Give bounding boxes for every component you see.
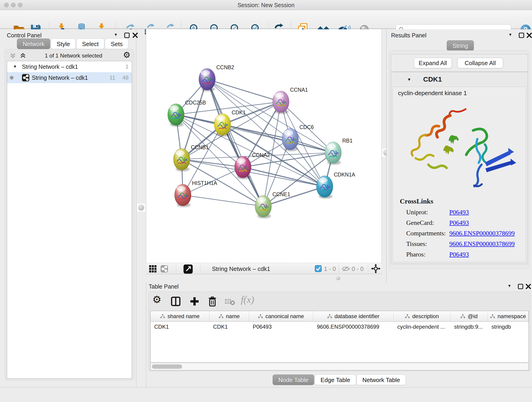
table-row[interactable]: CDK1CDK1P064939606.ENSP00000378699cyclin… <box>151 322 529 332</box>
column-header-shared-name[interactable]: shared name <box>151 311 209 321</box>
network-edges[interactable] <box>176 79 333 206</box>
column-header-canonical-name[interactable]: canonical name <box>249 311 313 321</box>
expand-all-icon[interactable] <box>19 53 26 59</box>
network-node-CCNE1[interactable]: CCNE1 <box>255 191 290 218</box>
window-close-icon[interactable] <box>4 3 9 7</box>
column-label: canonical name <box>265 313 304 319</box>
tab-network-table[interactable]: Network Table <box>357 375 406 385</box>
table-cell[interactable]: P06493 <box>249 324 313 330</box>
network-node-CCNA1[interactable]: CCNA1 <box>273 87 308 114</box>
node-label-CCNE1: CCNE1 <box>272 191 290 197</box>
table-panel-float-icon[interactable] <box>518 283 524 289</box>
column-label: namespace <box>497 313 526 319</box>
window-minimize-icon[interactable] <box>11 3 16 7</box>
column-header-@id[interactable]: @id <box>450 311 488 321</box>
node-gloss <box>318 178 327 183</box>
edge-HIST1H1A-CCNE1[interactable] <box>183 195 263 206</box>
crosslink-label: GeneCard: <box>406 219 449 226</box>
network-collection-row[interactable]: ▼ String Network – cdk1 1 <box>7 61 132 72</box>
edge-CCNB2-CCNE1[interactable] <box>207 79 263 206</box>
collection-label: String Network – cdk1 <box>22 64 78 70</box>
create-column-icon[interactable] <box>190 296 200 306</box>
selected-count: 1 - 0 <box>324 265 336 273</box>
main-toolbar: ? <box>0 10 532 29</box>
show-columns-icon[interactable] <box>171 296 181 306</box>
column-header-database-identifier[interactable]: database identifier <box>313 311 394 321</box>
selected-checkbox-icon[interactable] <box>315 265 322 272</box>
table-cell[interactable]: stringdb:9... <box>450 324 488 330</box>
delete-table-icon-disabled <box>225 298 235 306</box>
horizontal-splitter-handle[interactable] <box>336 276 340 280</box>
network-view-title: String Network – cdk1 <box>212 265 270 273</box>
edge-CCNB1-CCNA2[interactable] <box>182 159 243 167</box>
tab-select[interactable]: Select <box>76 38 104 49</box>
table-options-gear-icon[interactable]: ⚙ <box>152 294 161 305</box>
left-splitter-handle[interactable] <box>137 203 146 212</box>
node-label-CDC6: CDC6 <box>299 124 314 130</box>
crosslink-link[interactable]: P06493 <box>449 251 469 258</box>
hidden-eye-icon <box>342 266 350 272</box>
tab-network[interactable]: Network <box>17 38 50 49</box>
network-node-CDC6[interactable]: CDC6 <box>282 124 314 151</box>
crosslink-link[interactable]: P06493 <box>449 219 469 226</box>
node-label-CDC25B: CDC25B <box>185 100 206 106</box>
results-panel-float-icon[interactable] <box>519 32 525 38</box>
edge-CDK1-RB1[interactable] <box>222 124 333 153</box>
tab-string[interactable]: String <box>447 40 474 51</box>
tree-expander-icon[interactable]: ▼ <box>13 64 17 69</box>
table-cell[interactable]: 9606.ENSP00000378699 <box>313 324 394 330</box>
table-panel-close-icon[interactable] <box>525 283 531 289</box>
results-panel-title: Results Panel <box>391 32 426 39</box>
network-view-icon[interactable] <box>160 265 168 273</box>
table-cell[interactable]: CDK1 <box>151 324 209 330</box>
table-hscrollbar[interactable] <box>150 363 529 370</box>
table-cell[interactable]: CDK1 <box>209 324 249 330</box>
tab-style[interactable]: Style <box>51 38 76 49</box>
gene-section-expander-icon[interactable]: ▼ <box>407 77 411 82</box>
control-panel-close-icon[interactable] <box>132 32 138 38</box>
tab-edge-table[interactable]: Edge Table <box>315 375 356 385</box>
table-panel-menu-icon[interactable]: ▼ <box>507 284 511 288</box>
crosslink-link[interactable]: P06493 <box>449 209 469 216</box>
control-panel-title: Control Panel <box>7 32 41 39</box>
tab-node-table[interactable]: Node Table <box>273 375 314 385</box>
table-cell[interactable]: stringdb <box>488 324 529 330</box>
collapse-all-button[interactable]: Collapse All <box>457 58 503 68</box>
table-cell[interactable]: cyclin-dependent ... <box>394 324 450 330</box>
network-node-RB1[interactable]: RB1 <box>325 138 353 165</box>
tab-sets[interactable]: Sets <box>105 38 128 49</box>
crosslink-label: Pharos: <box>406 251 449 258</box>
control-panel-float-icon[interactable] <box>124 32 130 38</box>
expand-all-button[interactable]: Expand All <box>414 58 452 68</box>
control-panel-menu-icon[interactable]: ▼ <box>114 32 118 37</box>
delete-column-icon[interactable] <box>208 296 217 307</box>
edge-CCNB2-CCNA1[interactable] <box>207 79 281 102</box>
crosslink-link[interactable]: 9606.ENSP00000378699 <box>449 240 515 248</box>
crosslink-link[interactable]: 9606.ENSP00000378699 <box>449 230 515 237</box>
column-header-namespace[interactable]: namespace <box>488 311 529 321</box>
birds-eye-view-icon[interactable] <box>183 264 193 274</box>
node-gloss <box>257 197 266 202</box>
crosslink-label: Tissues: <box>406 240 449 248</box>
column-label: @id <box>468 313 477 319</box>
grid-view-icon[interactable] <box>149 265 157 273</box>
window-zoom-icon[interactable] <box>18 3 22 7</box>
network-row-selected[interactable]: String Network – cdk1 11 48 <box>7 72 132 83</box>
network-canvas[interactable]: CCNB2CCNA1CDC25BCDK1CDC6RB1CCNB1CCNA2CDK… <box>146 29 382 263</box>
network-graph[interactable]: CCNB2CCNA1CDC25BCDK1CDC6RB1CCNB1CCNA2CDK… <box>146 29 382 263</box>
table-hscrollbar-thumb[interactable] <box>152 364 182 369</box>
network-node-CCNB2[interactable]: CCNB2 <box>199 64 234 91</box>
pan-crosshair-icon[interactable] <box>371 264 381 274</box>
view-bar-separator <box>200 264 201 273</box>
column-header-description[interactable]: description <box>394 311 450 321</box>
network-node-CDKN1A[interactable]: CDKN1A <box>317 172 355 199</box>
network-options-gear-icon[interactable]: ⚙ <box>123 50 130 60</box>
collapse-all-icon[interactable] <box>9 53 16 59</box>
column-header-name[interactable]: name <box>209 311 249 321</box>
node-label-HIST1H1A: HIST1H1A <box>192 180 217 186</box>
network-node-HIST1H1A[interactable]: HIST1H1A <box>175 180 217 207</box>
results-panel-close-icon[interactable] <box>526 32 532 38</box>
node-label-CCNB2: CCNB2 <box>216 64 234 70</box>
results-panel-menu-icon[interactable]: ▼ <box>508 32 512 37</box>
crosslinks-list: Uniprot:P06493GeneCard:P06493Compartment… <box>406 207 521 260</box>
